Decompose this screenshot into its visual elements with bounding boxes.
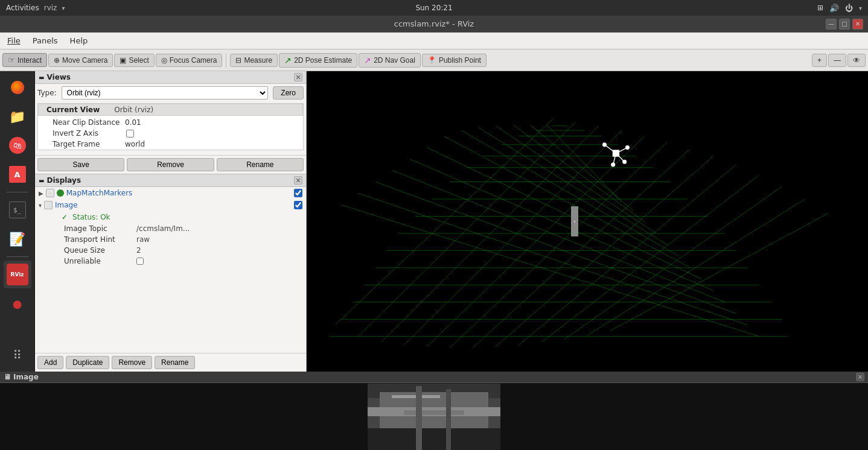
nav-goal-button[interactable]: ↗ 2D Nav Goal bbox=[359, 53, 421, 68]
views-panel-content: Type: Orbit (rviz) Zero ▾ Current View O… bbox=[35, 84, 306, 155]
transport-hint-label: Transport Hint bbox=[64, 235, 136, 244]
svg-rect-0 bbox=[307, 79, 868, 364]
svg-point-47 bbox=[603, 143, 607, 147]
near-clip-value[interactable]: 0.01 bbox=[125, 118, 141, 127]
measure-icon: ⊟ bbox=[235, 56, 241, 65]
software-icon: 🛍 bbox=[9, 137, 26, 154]
save-view-button[interactable]: Save bbox=[37, 158, 124, 171]
dock-item-firefox[interactable] bbox=[4, 74, 31, 101]
toolbar-separator-1 bbox=[226, 53, 226, 68]
target-frame-row: Target Frame world bbox=[38, 139, 303, 150]
app-arrow-icon[interactable]: ▾ bbox=[62, 5, 65, 11]
dock-item-apps[interactable]: ⠿ bbox=[4, 341, 31, 369]
rename-view-button[interactable]: Rename bbox=[217, 158, 304, 171]
current-view-arrow[interactable]: ▾ bbox=[41, 107, 44, 113]
svg-point-49 bbox=[611, 163, 615, 166]
display-buttons: Add Duplicate Remove Rename bbox=[35, 353, 306, 372]
views-close-button[interactable]: ✕ bbox=[294, 73, 302, 81]
zero-button[interactable]: Zero bbox=[273, 86, 304, 100]
app-name-label[interactable]: rviz bbox=[44, 4, 57, 12]
menu-help[interactable]: Help bbox=[65, 35, 93, 46]
image-panel-header: 🖥 Image ✕ bbox=[0, 372, 868, 383]
type-select[interactable]: Orbit (rviz) bbox=[62, 86, 269, 100]
dock-separator-1 bbox=[7, 192, 28, 192]
duplicate-display-button[interactable]: Duplicate bbox=[66, 356, 109, 369]
image-content[interactable]: /ccmslam/image bbox=[0, 383, 868, 450]
dock-item-indicator[interactable]: ● bbox=[4, 290, 31, 317]
image-topic-value[interactable]: /ccmslam/Im... bbox=[136, 224, 209, 233]
3d-view[interactable]: › bbox=[307, 71, 868, 372]
transport-hint-value[interactable]: raw bbox=[136, 235, 209, 244]
image-display-checkbox[interactable] bbox=[294, 201, 302, 209]
rename-display-button[interactable]: Rename bbox=[155, 356, 195, 369]
displays-title: Displays bbox=[46, 176, 81, 185]
svg-point-50 bbox=[623, 160, 627, 163]
menu-file[interactable]: File bbox=[2, 35, 25, 46]
displays-collapse-icon[interactable]: ▬ bbox=[39, 177, 44, 184]
left-panels: ▬ Views ✕ Type: Orbit (rviz) Zero ▾ bbox=[35, 71, 307, 372]
power-arrow-icon[interactable]: ▾ bbox=[859, 5, 862, 11]
unreliable-checkbox[interactable] bbox=[136, 258, 144, 265]
focus-camera-button[interactable]: ◎ Focus Camera bbox=[156, 54, 223, 67]
remove-view-button[interactable]: Remove bbox=[127, 158, 214, 171]
measure-button[interactable]: ⊟ Measure bbox=[230, 54, 278, 67]
view-options-button[interactable]: 👁 bbox=[847, 54, 866, 67]
display-item-image: ▾ 🖼 Image bbox=[35, 199, 306, 211]
dock-item-software[interactable]: 🛍 bbox=[4, 132, 31, 159]
image-panel-close-button[interactable]: ✕ bbox=[856, 373, 864, 381]
mapmatching-arrow[interactable]: ▶ bbox=[39, 190, 43, 197]
power-icon[interactable]: ⏻ bbox=[845, 4, 853, 13]
move-camera-button[interactable]: ⊕ Move Camera bbox=[48, 54, 113, 67]
current-view-label: Current View bbox=[46, 106, 100, 114]
target-frame-value[interactable]: world bbox=[125, 140, 145, 148]
mapmatching-checkbox[interactable] bbox=[294, 189, 302, 197]
queue-size-row: Queue Size 2 bbox=[52, 245, 306, 256]
right-chevron-icon: › bbox=[573, 218, 576, 224]
add-display-button[interactable]: Add bbox=[37, 356, 63, 369]
unreliable-row: Unreliable bbox=[52, 256, 306, 267]
dock-item-rviz[interactable]: RViz bbox=[4, 261, 31, 288]
views-title: Views bbox=[46, 73, 71, 81]
dock-item-text-editor[interactable]: 📝 bbox=[4, 225, 31, 253]
views-panel: ▬ Views ✕ Type: Orbit (rviz) Zero ▾ bbox=[35, 71, 306, 174]
views-collapse-icon[interactable]: ▬ bbox=[39, 74, 44, 81]
dock-item-files[interactable]: 📁 bbox=[4, 103, 31, 130]
system-clock: Sun 20:21 bbox=[415, 4, 452, 12]
image-topic-row: Image Topic /ccmslam/Im... bbox=[52, 223, 306, 234]
publish-point-button[interactable]: 📍 Publish Point bbox=[422, 54, 487, 67]
system-bar: Activities rviz ▾ Sun 20:21 ⊞ 🔊 ⏻ ▾ bbox=[0, 0, 868, 16]
svg-rect-56 bbox=[368, 428, 500, 450]
image-children: ✓ Status: Ok Image Topic /ccmslam/Im... … bbox=[35, 211, 306, 267]
minimize-button[interactable]: — bbox=[826, 19, 837, 30]
text-editor-icon: 📝 bbox=[9, 232, 25, 247]
remove-display-button[interactable]: Remove bbox=[112, 356, 152, 369]
dock-item-ibus[interactable]: A bbox=[4, 160, 31, 188]
right-collapse-button[interactable]: › bbox=[571, 206, 578, 236]
select-button[interactable]: ▣ Select bbox=[114, 54, 154, 67]
invert-z-checkbox[interactable] bbox=[126, 130, 134, 138]
layout-icon: ⊞ bbox=[817, 4, 823, 12]
mapmatching-name[interactable]: MapMatchMarkers bbox=[66, 189, 292, 197]
current-view-header: ▾ Current View Orbit (rviz) bbox=[38, 104, 303, 116]
views-panel-header: ▬ Views ✕ bbox=[35, 71, 306, 84]
status-checkmark-icon: ✓ bbox=[62, 213, 68, 221]
close-button[interactable]: ✕ bbox=[852, 19, 863, 30]
displays-content: ▶ ▣ MapMatchMarkers ▾ 🖼 Image ✓ bbox=[35, 187, 306, 353]
zoom-controls-button[interactable]: — bbox=[828, 54, 846, 67]
image-arrow[interactable]: ▾ bbox=[39, 202, 42, 209]
interact-button[interactable]: ☞ Interact bbox=[2, 53, 47, 67]
activities-label[interactable]: Activities bbox=[6, 4, 39, 12]
dock-item-terminal[interactable]: $_ bbox=[4, 196, 31, 224]
transport-hint-row: Transport Hint raw bbox=[52, 234, 306, 245]
pose-estimate-button[interactable]: ↗ 2D Pose Estimate bbox=[279, 53, 357, 68]
displays-close-button[interactable]: ✕ bbox=[294, 176, 302, 185]
unreliable-label: Unreliable bbox=[64, 257, 136, 265]
menu-panels[interactable]: Panels bbox=[28, 35, 63, 46]
side-dock: 📁 🛍 A $_ 📝 RViz ● ⠿ bbox=[0, 71, 35, 372]
queue-size-value[interactable]: 2 bbox=[136, 246, 209, 255]
image-display-name[interactable]: Image bbox=[55, 201, 292, 209]
maximize-button[interactable]: □ bbox=[839, 19, 850, 30]
invert-z-row: Invert Z Axis bbox=[38, 128, 303, 139]
dock-separator-2 bbox=[7, 256, 28, 257]
zoom-in-button[interactable]: + bbox=[812, 54, 827, 67]
